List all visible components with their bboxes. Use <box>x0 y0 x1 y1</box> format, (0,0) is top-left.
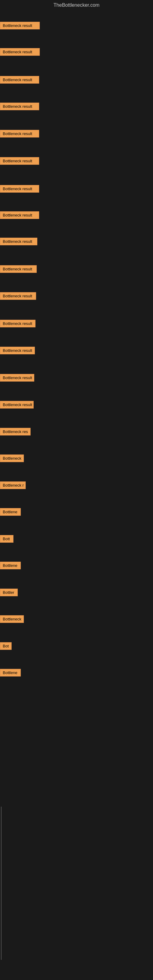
bottleneck-result-item[interactable]: Bottleneck result <box>0 320 35 328</box>
bottleneck-result-item[interactable]: Bottleneck <box>0 615 24 623</box>
bottleneck-result-item[interactable]: Bottleneck result <box>0 22 40 29</box>
bottleneck-result-item[interactable]: Bott <box>0 535 13 542</box>
bottleneck-result-item[interactable]: Bottleneck <box>0 455 24 462</box>
bottleneck-result-item[interactable]: Bottleneck result <box>0 347 35 354</box>
bottleneck-result-item[interactable]: Bottleneck result <box>0 103 39 110</box>
bottleneck-result-item[interactable]: Bottlene <box>0 669 21 676</box>
bottleneck-result-item[interactable]: Bottler <box>0 589 18 596</box>
bottleneck-result-item[interactable]: Bottleneck result <box>0 401 33 409</box>
bottleneck-result-item[interactable]: Bottleneck result <box>0 374 34 382</box>
site-title: TheBottlenecker.com <box>0 0 153 10</box>
bottleneck-result-item[interactable]: Bottleneck result <box>0 76 39 84</box>
bottleneck-result-item[interactable]: Bot <box>0 642 12 650</box>
bottleneck-result-item[interactable]: Bottleneck result <box>0 185 39 192</box>
bottleneck-result-item[interactable]: Bottleneck result <box>0 265 37 273</box>
bottleneck-result-item[interactable]: Bottleneck result <box>0 48 40 56</box>
bottleneck-result-item[interactable]: Bottleneck result <box>0 238 37 245</box>
bottleneck-result-item[interactable]: Bottlene <box>0 508 21 516</box>
bottleneck-result-item[interactable]: Bottlene <box>0 562 21 569</box>
bottleneck-result-item[interactable]: Bottleneck result <box>0 130 39 137</box>
vertical-line <box>1 807 2 960</box>
bottleneck-result-item[interactable]: Bottleneck result <box>0 211 39 219</box>
bottleneck-result-item[interactable]: Bottleneck result <box>0 292 36 300</box>
bottleneck-result-item[interactable]: Bottleneck res <box>0 428 30 436</box>
bottleneck-result-item[interactable]: Bottleneck r <box>0 481 26 489</box>
bottleneck-result-item[interactable]: Bottleneck result <box>0 157 39 165</box>
